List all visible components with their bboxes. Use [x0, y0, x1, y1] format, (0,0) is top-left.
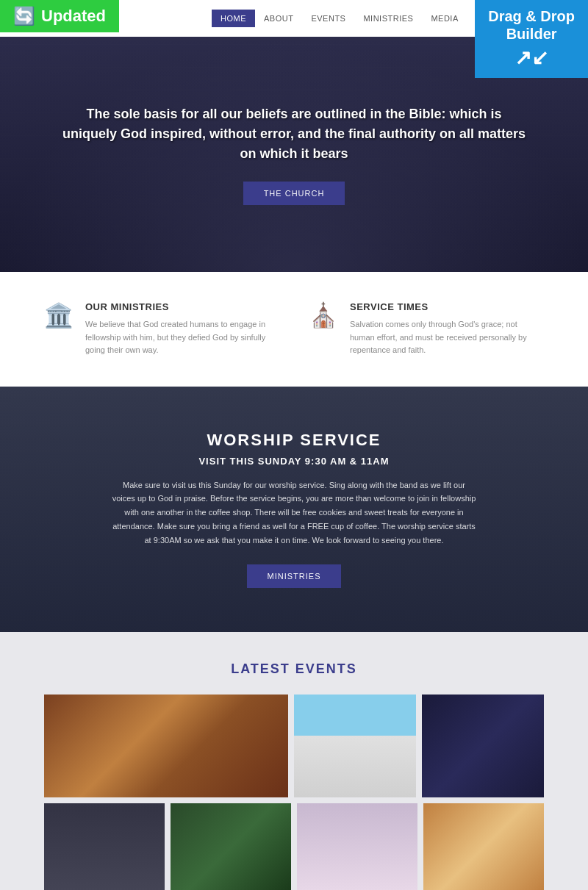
feature-ministries-title: OUR MINISTRIES: [85, 301, 279, 312]
feature-service-times-content: SERVICE TIMES Salvation comes only throu…: [350, 301, 544, 357]
events-grid-top: [44, 695, 544, 797]
event-image-child[interactable]: [297, 803, 417, 890]
ministries-icon: 🏛️: [44, 301, 74, 357]
nav-item-ministries[interactable]: MINISTRIES: [354, 10, 422, 27]
updated-label: Updated: [41, 7, 106, 26]
service-times-icon: ⛪: [309, 301, 338, 357]
feature-service-times-title: SERVICE TIMES: [350, 301, 544, 312]
feature-ministries-content: OUR MINISTRIES We believe that God creat…: [85, 301, 279, 357]
feature-service-times-desc: Salvation comes only through God's grace…: [350, 318, 544, 357]
event-image-leaf[interactable]: [171, 803, 291, 890]
dnd-line1: Drag & Drop: [488, 8, 575, 24]
worship-content: WORSHIP SERVICE VISIT THIS SUNDAY 9:30 A…: [59, 431, 529, 588]
hero-button[interactable]: THE CHURCH: [243, 182, 345, 205]
updated-badge: 🔄 Updated: [0, 0, 119, 32]
nav-item-media[interactable]: MEDIA: [422, 10, 467, 27]
hero-text: The sole basis for all our beliefs are o…: [59, 104, 529, 164]
event-image-bible[interactable]: [44, 695, 288, 797]
event-image-church[interactable]: [294, 695, 416, 797]
events-section: LATEST EVENTS VIEW ALL EVENTS: [0, 632, 588, 890]
dnd-line2: Builder: [506, 26, 557, 42]
nav-item-about[interactable]: ABOUT: [255, 10, 302, 27]
features-section: 🏛️ OUR MINISTRIES We believe that God cr…: [0, 272, 588, 387]
event-image-interior[interactable]: [422, 695, 544, 797]
events-title: LATEST EVENTS: [44, 661, 544, 677]
worship-title: WORSHIP SERVICE: [59, 431, 529, 450]
worship-subtitle: VISIT THIS SUNDAY 9:30 AM & 11AM: [59, 456, 529, 467]
feature-service-times: ⛪ SERVICE TIMES Salvation comes only thr…: [309, 301, 544, 357]
nav-item-home[interactable]: HOME: [212, 10, 255, 27]
events-grid-bottom: [44, 803, 544, 890]
worship-button[interactable]: MINISTRIES: [247, 564, 342, 588]
arrow-icon: ↗↙: [488, 46, 575, 71]
feature-ministries: 🏛️ OUR MINISTRIES We believe that God cr…: [44, 301, 279, 357]
nav-item-events[interactable]: EVENTS: [302, 10, 354, 27]
worship-section: WORSHIP SERVICE VISIT THIS SUNDAY 9:30 A…: [0, 387, 588, 632]
worship-desc: Make sure to visit us this Sunday for ou…: [110, 478, 478, 547]
event-image-reading[interactable]: [423, 803, 544, 890]
dnd-badge: Drag & Drop Builder ↗↙: [475, 0, 588, 78]
feature-ministries-desc: We believe that God created humans to en…: [85, 318, 279, 357]
event-image-praying[interactable]: [44, 803, 165, 890]
sync-icon: 🔄: [13, 6, 35, 26]
